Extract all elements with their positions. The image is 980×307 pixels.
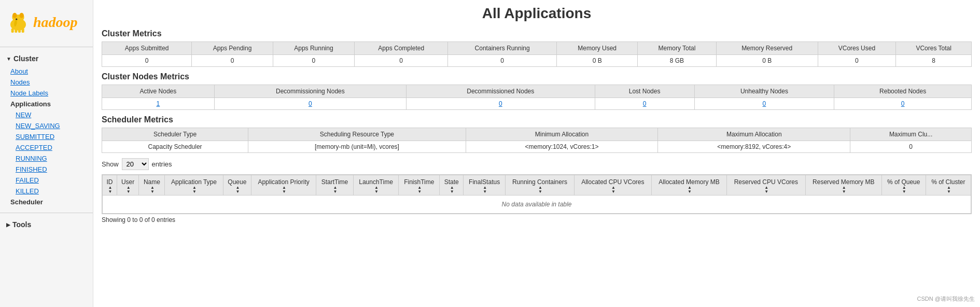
col-apps-submitted: Apps Submitted <box>102 42 192 55</box>
active-nodes-link[interactable]: 1 <box>157 100 160 107</box>
sort-icon-queue: ▲▼ <box>235 186 240 194</box>
th-final-status[interactable]: FinalStatus ▲▼ <box>464 175 506 196</box>
val-scheduling-resource-type: [memory-mb (unit=Mi), vcores] <box>248 141 466 153</box>
col-apps-running: Apps Running <box>273 42 354 55</box>
th-reserved-memory[interactable]: Reserved Memory MB ▲▼ <box>805 175 881 196</box>
svg-point-5 <box>20 13 24 18</box>
sort-icon-app-priority: ▲▼ <box>282 186 286 194</box>
val-unhealthy-nodes: 0 <box>694 98 834 110</box>
sidebar-link-killed[interactable]: KILLED <box>5 186 93 197</box>
unhealthy-nodes-link[interactable]: 0 <box>763 100 766 107</box>
sidebar-link-running[interactable]: RUNNING <box>5 153 93 164</box>
decommissioned-nodes-link[interactable]: 0 <box>499 100 502 107</box>
sidebar-link-nodes[interactable]: Nodes <box>0 77 93 88</box>
col-decommissioned-nodes: Decommissioned Nodes <box>406 85 595 98</box>
sort-icon-allocated-memory: ▲▼ <box>688 186 692 194</box>
app-table-wrapper: ID ▲▼ User ▲▼ Name ▲▼ Application Type <box>102 174 972 214</box>
val-rebooted-nodes: 0 <box>834 98 972 110</box>
col-scheduler-type: Scheduler Type <box>102 128 248 141</box>
cluster-arrow-icon: ▼ <box>6 56 11 62</box>
val-apps-pending: 0 <box>192 55 273 67</box>
val-memory-total: 8 GB <box>638 55 716 67</box>
tools-section: ▶ Tools <box>0 217 93 232</box>
sort-icon-pct-queue: ▲▼ <box>902 186 906 194</box>
val-lost-nodes: 0 <box>595 98 694 110</box>
cluster-nodes-metrics-table: Active Nodes Decommissioning Nodes Decom… <box>102 85 972 110</box>
th-app-priority[interactable]: Application Priority ▲▼ <box>251 175 316 196</box>
val-decommissioning-nodes: 0 <box>214 98 406 110</box>
sidebar-link-about[interactable]: About <box>0 66 93 77</box>
col-active-nodes: Active Nodes <box>102 85 215 98</box>
hadoop-logo: hadoop <box>5 9 78 35</box>
th-app-type[interactable]: Application Type ▲▼ <box>165 175 223 196</box>
th-queue[interactable]: Queue ▲▼ <box>223 175 251 196</box>
decommissioning-nodes-link[interactable]: 0 <box>309 100 312 107</box>
val-min-allocation: <memory:1024, vCores:1> <box>466 141 658 153</box>
showing-entries: Showing 0 to 0 of 0 entries <box>102 214 972 226</box>
col-vcores-total: VCores Total <box>896 42 972 55</box>
sidebar-link-node-labels[interactable]: Node Labels <box>0 88 93 99</box>
sidebar-link-new[interactable]: NEW <box>5 109 93 120</box>
sort-icon-pct-cluster: ▲▼ <box>947 186 951 194</box>
col-min-allocation: Minimum Allocation <box>466 128 658 141</box>
th-launch-time[interactable]: LaunchTime ▲▼ <box>353 175 398 196</box>
th-running-containers[interactable]: Running Containers ▲▼ <box>506 175 574 196</box>
val-apps-submitted: 0 <box>102 55 192 67</box>
no-data-message: No data available in table <box>103 196 971 214</box>
tools-section-title: ▶ Tools <box>0 217 93 232</box>
sidebar-link-new-saving[interactable]: NEW_SAVING <box>5 120 93 131</box>
svg-rect-10 <box>18 29 21 33</box>
sidebar-link-submitted[interactable]: SUBMITTED <box>5 131 93 142</box>
show-entries-bar: Show 10 20 25 50 100 entries <box>102 154 972 174</box>
sidebar-link-failed[interactable]: FAILED <box>5 175 93 186</box>
entries-label: entries <box>152 160 172 168</box>
col-memory-used: Memory Used <box>557 42 638 55</box>
val-containers-running: 0 <box>448 55 557 67</box>
watermark: CSDN @请叫我徐先生 <box>917 295 975 303</box>
svg-point-4 <box>12 13 17 18</box>
th-reserved-cpu[interactable]: Reserved CPU VCores ▲▼ <box>727 175 806 196</box>
val-max-allocation: <memory:8192, vCores:4> <box>658 141 850 153</box>
th-pct-cluster[interactable]: % of Cluster ▲▼ <box>926 175 971 196</box>
scheduler-metrics-table: Scheduler Type Scheduling Resource Type … <box>102 128 972 153</box>
val-active-nodes: 1 <box>102 98 215 110</box>
val-vcores-total: 8 <box>896 55 972 67</box>
val-decommissioned-nodes: 0 <box>406 98 595 110</box>
th-user[interactable]: User ▲▼ <box>117 175 139 196</box>
sort-icon-launch-time: ▲▼ <box>374 186 379 194</box>
show-label: Show <box>102 160 119 168</box>
th-finish-time[interactable]: FinishTime ▲▼ <box>399 175 440 196</box>
cluster-nodes-metrics-title: Cluster Nodes Metrics <box>102 72 972 81</box>
col-max-allocation: Maximum Allocation <box>658 128 850 141</box>
th-name[interactable]: Name ▲▼ <box>139 175 165 196</box>
val-memory-reserved: 0 B <box>716 55 818 67</box>
sort-icon-id: ▲▼ <box>108 186 112 194</box>
sort-icon-name: ▲▼ <box>150 186 155 194</box>
th-state[interactable]: State ▲▼ <box>440 175 464 196</box>
divider-mid <box>0 213 93 213</box>
th-id[interactable]: ID ▲▼ <box>103 175 117 196</box>
val-apps-completed: 0 <box>355 55 448 67</box>
sort-icon-running-containers: ▲▼ <box>538 186 542 194</box>
val-max-cluster: 0 <box>850 141 972 153</box>
sidebar: hadoop ▼ Cluster About Nodes Node Labels… <box>0 0 93 307</box>
sort-icon-allocated-cpu: ▲▼ <box>611 186 615 194</box>
sort-icon-finish-time: ▲▼ <box>417 186 422 194</box>
rebooted-nodes-link[interactable]: 0 <box>901 100 905 107</box>
main-content: All Applications Cluster Metrics Apps Su… <box>93 0 980 307</box>
sidebar-link-scheduler[interactable]: Scheduler <box>0 197 93 207</box>
cluster-metrics-title: Cluster Metrics <box>102 29 972 38</box>
th-pct-queue[interactable]: % of Queue ▲▼ <box>881 175 926 196</box>
th-allocated-cpu[interactable]: Allocated CPU VCores ▲▼ <box>574 175 651 196</box>
lost-nodes-link[interactable]: 0 <box>643 100 647 107</box>
app-links: NEW NEW_SAVING SUBMITTED ACCEPTED RUNNIN… <box>0 109 93 197</box>
entries-select[interactable]: 10 20 25 50 100 <box>122 158 149 170</box>
col-apps-completed: Apps Completed <box>355 42 448 55</box>
cluster-metrics-table: Apps Submitted Apps Pending Apps Running… <box>102 41 972 67</box>
sidebar-link-accepted[interactable]: ACCEPTED <box>5 142 93 153</box>
sidebar-link-finished[interactable]: FINISHED <box>5 164 93 175</box>
th-start-time[interactable]: StartTime ▲▼ <box>316 175 354 196</box>
th-allocated-memory[interactable]: Allocated Memory MB ▲▼ <box>652 175 727 196</box>
col-rebooted-nodes: Rebooted Nodes <box>834 85 972 98</box>
page-title: All Applications <box>102 5 972 22</box>
